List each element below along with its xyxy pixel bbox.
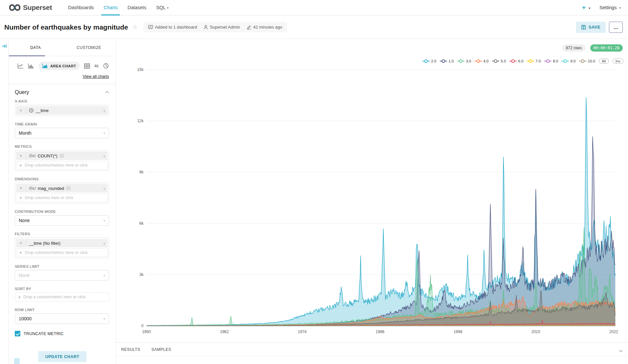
- legend-item-6.0[interactable]: 6.0: [509, 59, 523, 63]
- query-section-header[interactable]: Query: [9, 84, 116, 99]
- x-axis-tick: 1950: [142, 330, 151, 334]
- y-axis-tick: 0: [141, 324, 144, 328]
- tab-samples[interactable]: SAMPLES: [151, 347, 171, 356]
- new-menu-button[interactable]: + ▾: [582, 4, 590, 11]
- superset-infinity-icon: [9, 4, 20, 11]
- truncate-metric-row: TRUNCATE METRIC: [9, 330, 116, 336]
- control-sort-by: SORT BY + Drop a column/metric here or c…: [9, 287, 116, 302]
- x-axis-pill[interactable]: × __time ›: [16, 106, 108, 115]
- chevron-right-icon[interactable]: ›: [103, 240, 108, 246]
- series-limit-select[interactable]: None ▾: [15, 270, 109, 281]
- metrics-dropzone[interactable]: + Drop columns/metrics here or click: [16, 161, 108, 170]
- dimension-pill[interactable]: × f(x) mag_rounded ›: [16, 184, 108, 193]
- fx-icon: f(x): [29, 153, 35, 158]
- legend-marker-icon: [579, 59, 586, 63]
- control-dimensions: DIMENSIONS × f(x) mag_rounded › + Drop c…: [9, 177, 116, 203]
- contribution-mode-select[interactable]: None ▾: [15, 215, 109, 226]
- plus-icon: +: [18, 294, 21, 300]
- legend-item-2.0[interactable]: 2.0: [422, 59, 436, 63]
- tab-results[interactable]: RESULTS: [121, 347, 140, 356]
- line-chart-icon[interactable]: [17, 63, 24, 69]
- chevron-right-icon[interactable]: ›: [103, 153, 108, 159]
- clock-icon: [29, 108, 34, 113]
- bar-chart-icon[interactable]: [28, 63, 34, 69]
- legend-inv-button[interactable]: Inv: [613, 58, 623, 64]
- remove-icon[interactable]: ×: [16, 186, 26, 191]
- calculator-icon: [66, 186, 70, 190]
- nav-dashboards[interactable]: Dashboards: [63, 0, 99, 15]
- time-grain-select[interactable]: Month ▾: [15, 128, 109, 138]
- legend-item-4.0[interactable]: 4.0: [475, 59, 488, 63]
- remove-icon[interactable]: ×: [16, 240, 26, 246]
- legend-item-7.0[interactable]: 7.0: [527, 59, 541, 63]
- nav-sql[interactable]: SQL▾: [151, 0, 173, 15]
- owner-badge[interactable]: Superset Admin: [204, 25, 240, 30]
- x-axis-tick: 1974: [298, 330, 307, 334]
- y-axis-tick: 3k: [139, 272, 144, 277]
- legend-all-button[interactable]: All: [599, 58, 609, 64]
- remove-icon[interactable]: ×: [16, 153, 26, 158]
- remove-icon[interactable]: ×: [16, 108, 26, 113]
- update-chart-button[interactable]: UPDATE CHART: [38, 351, 87, 362]
- legend-item-10.0[interactable]: 10.0: [579, 59, 595, 63]
- legend-marker-icon: [544, 59, 551, 63]
- chevron-right-icon[interactable]: ›: [103, 108, 108, 113]
- control-label: FILTERS: [15, 232, 109, 236]
- save-icon: [581, 25, 586, 30]
- legend-item-5.0[interactable]: 5.0: [492, 59, 506, 63]
- fx-icon: f(x): [29, 186, 35, 191]
- tab-customize[interactable]: CUSTOMIZE: [62, 39, 116, 56]
- control-x-axis: X-AXIS × __time ›: [9, 99, 116, 116]
- chart-type-row: AREA CHART 4k: [9, 56, 116, 70]
- chart-type-area[interactable]: AREA CHART: [38, 62, 80, 70]
- row-count-badge: 872 rows: [562, 44, 586, 52]
- view-all-charts-link[interactable]: View all charts: [83, 74, 109, 79]
- sort-by-dropzone[interactable]: + Drop a column/metric here or click: [15, 292, 109, 302]
- caret-down-icon: ▾: [103, 219, 105, 222]
- legend-item-3.0[interactable]: 3.0: [457, 59, 471, 63]
- legend-item-8.0[interactable]: 8.0: [544, 59, 558, 63]
- caret-down-icon: ▾: [589, 7, 591, 10]
- control-label: ROW LIMIT: [15, 308, 109, 312]
- data-panel: RESULTS SAMPLES: [116, 342, 628, 364]
- legend-marker-icon: [527, 59, 534, 63]
- query-title: Query: [15, 89, 29, 95]
- navbar: Superset Dashboards Charts Datasets SQL▾…: [0, 0, 628, 15]
- filters-dropzone[interactable]: + Drop columns/metrics here or click: [16, 248, 108, 257]
- nav-links: Dashboards Charts Datasets SQL▾: [63, 0, 173, 15]
- last-modified-badge[interactable]: 42 minutes ago: [247, 25, 282, 30]
- big-number-icon[interactable]: 4k: [94, 63, 99, 68]
- partial-checkbox[interactable]: [14, 358, 20, 364]
- collapse-data-panel-icon[interactable]: [619, 348, 622, 354]
- nav-datasets[interactable]: Datasets: [123, 0, 151, 15]
- settings-menu-button[interactable]: Settings ▾: [599, 5, 621, 10]
- row-limit-select[interactable]: 10000 ▾: [15, 313, 109, 324]
- legend-label: 8.0: [553, 59, 558, 63]
- chevron-right-icon[interactable]: ›: [103, 186, 108, 191]
- dimensions-dropzone[interactable]: + Drop columns here or click: [16, 193, 108, 202]
- added-to-dashboard-badge[interactable]: Added to 1 dashboard: [148, 25, 197, 30]
- collapse-panel-icon[interactable]: [2, 44, 7, 50]
- pie-chart-icon[interactable]: [103, 63, 109, 69]
- chart-meta-group: Added to 1 dashboard Superset Admin 42 m…: [144, 22, 287, 32]
- tab-data[interactable]: DATA: [9, 39, 62, 56]
- truncate-metric-checkbox[interactable]: [15, 331, 20, 336]
- control-row-limit: ROW LIMIT 10000 ▾: [9, 308, 116, 324]
- metric-pill[interactable]: × f(x) COUNT(*) ›: [16, 151, 108, 160]
- control-label: SERIES LIMIT: [15, 264, 109, 268]
- legend-marker-icon: [457, 59, 464, 63]
- pencil-icon: [247, 25, 251, 30]
- legend-label: 9.0: [570, 59, 575, 63]
- save-button[interactable]: SAVE: [576, 22, 606, 33]
- table-icon[interactable]: [84, 63, 90, 69]
- legend-item-9.0[interactable]: 9.0: [562, 59, 575, 63]
- superset-logo[interactable]: Superset: [9, 4, 52, 11]
- nav-charts[interactable]: Charts: [99, 0, 123, 15]
- legend-item-1.0[interactable]: 1.0: [440, 59, 454, 63]
- x-axis-tick: 1986: [376, 330, 385, 334]
- favorite-star-icon[interactable]: ☆: [132, 23, 138, 31]
- filter-pill[interactable]: × __time (No filter) ›: [16, 239, 108, 247]
- area-chart-plot[interactable]: 03k6k9k12k15k195019621974198619982010202…: [116, 64, 628, 341]
- y-axis-tick: 12k: [137, 119, 144, 123]
- more-actions-button[interactable]: …: [609, 22, 623, 33]
